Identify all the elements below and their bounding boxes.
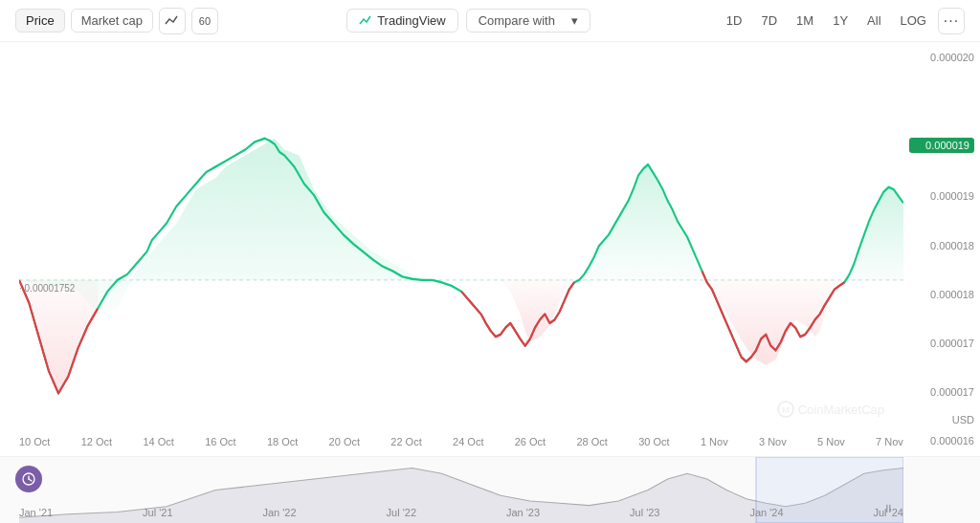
y-label-5: 0.000018 — [909, 289, 974, 300]
nav-label-5: Jul '23 — [630, 507, 659, 518]
x-label-14: 7 Nov — [876, 436, 903, 447]
y-label-highlight: 0.000019 — [909, 138, 974, 153]
market-cap-tab[interactable]: Market cap — [71, 9, 153, 33]
x-label-3: 16 Oct — [205, 436, 235, 447]
x-label-13: 5 Nov — [817, 436, 845, 447]
y-label-4: 0.000018 — [909, 240, 974, 251]
main-chart: 0.000020 0.000019 0.000019 0.000018 0.00… — [0, 42, 980, 456]
toolbar-center: TradingView Compare with ▾ — [226, 9, 711, 33]
compare-label: Compare with — [479, 13, 555, 28]
1y-button[interactable]: 1Y — [825, 10, 856, 32]
candle-icon[interactable]: 60 — [191, 8, 218, 34]
x-label-12: 3 Nov — [759, 436, 787, 447]
y-axis: 0.000020 0.000019 0.000019 0.000018 0.00… — [903, 42, 980, 456]
x-label-10: 30 Oct — [638, 436, 669, 447]
compare-dropdown[interactable]: Compare with ▾ — [466, 9, 590, 33]
nav-label-1: Jul '21 — [143, 507, 172, 518]
price-tab[interactable]: Price — [15, 9, 65, 33]
x-label-9: 28 Oct — [576, 436, 607, 447]
tradingview-button[interactable]: TradingView — [346, 9, 458, 33]
nav-label-4: Jan '23 — [506, 507, 540, 518]
1d-button[interactable]: 1D — [719, 10, 750, 32]
nav-label-3: Jul '22 — [387, 507, 416, 518]
svg-text:M: M — [782, 405, 790, 415]
watermark: M CoinMarketCap — [777, 401, 884, 418]
y-label-7: 0.000017 — [909, 386, 974, 398]
x-label-6: 22 Oct — [390, 436, 421, 447]
x-axis: 10 Oct 12 Oct 14 Oct 16 Oct 18 Oct 20 Oc… — [0, 427, 980, 456]
x-label-5: 20 Oct — [329, 436, 360, 447]
ref-line-label: · 0.00001752 — [19, 283, 75, 294]
currency-label: USD — [952, 414, 974, 425]
dropdown-chevron: ▾ — [571, 13, 578, 28]
nav-label-7: Jul '24 — [873, 507, 902, 518]
clock-icon[interactable] — [15, 466, 42, 492]
toolbar-left: Price Market cap 60 — [15, 8, 218, 34]
x-label-2: 14 Oct — [143, 436, 173, 447]
mini-chart-area: ⏸ Jan '21 Jul '21 Jan '22 Jul '22 Jan '2… — [0, 456, 980, 523]
more-button[interactable]: ··· — [938, 8, 965, 34]
bottom-x-axis: Jan '21 Jul '21 Jan '22 Jul '22 Jan '23 … — [19, 502, 903, 523]
nav-label-2: Jan '22 — [262, 507, 296, 518]
x-label-1: 12 Oct — [81, 436, 112, 447]
x-label-4: 18 Oct — [267, 436, 298, 447]
chart-area: 0.000020 0.000019 0.000019 0.000018 0.00… — [0, 42, 980, 523]
1m-button[interactable]: 1M — [789, 10, 821, 32]
x-label-0: 10 Oct — [19, 436, 50, 447]
toolbar: Price Market cap 60 TradingView Compare … — [0, 0, 980, 42]
y-label-3: 0.000019 — [909, 190, 974, 202]
x-label-8: 26 Oct — [515, 436, 546, 447]
x-labels: 10 Oct 12 Oct 14 Oct 16 Oct 18 Oct 20 Oc… — [19, 436, 903, 447]
bottom-x-labels: Jan '21 Jul '21 Jan '22 Jul '22 Jan '23 … — [19, 507, 903, 518]
nav-label-6: Jan '24 — [749, 507, 783, 518]
price-chart-svg — [19, 42, 903, 427]
app-container: Price Market cap 60 TradingView Compare … — [0, 0, 980, 523]
line-chart-icon[interactable] — [159, 8, 186, 34]
nav-label-0: Jan '21 — [19, 507, 53, 518]
all-button[interactable]: All — [859, 10, 888, 32]
7d-button[interactable]: 7D — [753, 10, 785, 32]
y-label-6: 0.000017 — [909, 338, 974, 349]
log-button[interactable]: LOG — [893, 10, 934, 32]
y-label-1: 0.000020 — [909, 52, 974, 63]
x-label-11: 1 Nov — [701, 436, 728, 447]
svg-line-6 — [29, 479, 32, 481]
x-label-7: 24 Oct — [453, 436, 483, 447]
tradingview-label: TradingView — [377, 13, 446, 28]
toolbar-right: 1D 7D 1M 1Y All LOG ··· — [719, 8, 965, 34]
